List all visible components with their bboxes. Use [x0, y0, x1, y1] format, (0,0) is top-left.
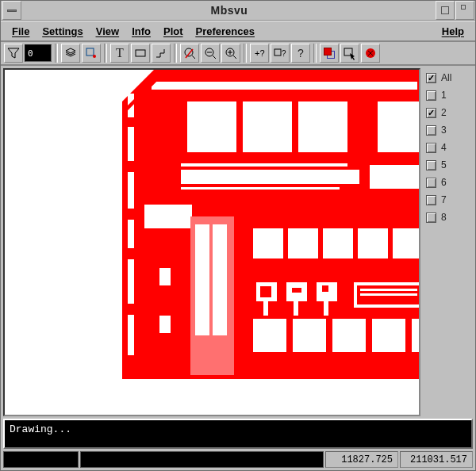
menu-settings[interactable]: Settings: [36, 23, 89, 40]
layer-label: 7: [441, 194, 447, 205]
svg-rect-0: [86, 48, 94, 56]
layers-icon[interactable]: [61, 44, 80, 63]
layer-label: 3: [441, 124, 447, 136]
progress-left: [3, 451, 79, 468]
checkbox-icon[interactable]: [426, 195, 436, 205]
progress-bar: [80, 451, 324, 468]
filter-icon[interactable]: [4, 44, 23, 63]
text-icon[interactable]: T: [110, 44, 129, 63]
svg-point-3: [185, 48, 193, 56]
svg-rect-2: [136, 50, 145, 56]
layer-row[interactable]: 7: [426, 191, 474, 209]
select-arrow-icon[interactable]: [340, 44, 359, 63]
coord-y: 211031.517: [400, 451, 473, 468]
layer-label: 8: [441, 212, 447, 223]
maximize-button[interactable]: [436, 1, 455, 20]
menu-file[interactable]: File: [6, 23, 36, 40]
menu-plot[interactable]: Plot: [157, 23, 190, 40]
layer-label: 4: [441, 142, 447, 153]
design-canvas[interactable]: [3, 68, 420, 416]
svg-text:+?: +?: [255, 48, 265, 58]
red-over-blue-icon[interactable]: [320, 44, 339, 63]
menu-view[interactable]: View: [90, 23, 125, 40]
svg-point-1: [93, 55, 96, 58]
layer-row[interactable]: 8: [426, 209, 474, 226]
close-red-icon[interactable]: [361, 44, 380, 63]
checkbox-icon[interactable]: [426, 125, 436, 136]
coord-x: 11827.725: [325, 451, 398, 468]
layer-label: 5: [441, 159, 447, 170]
menu-preferences[interactable]: Preferences: [190, 23, 261, 40]
step-icon[interactable]: [152, 44, 171, 63]
svg-line-7: [213, 56, 216, 59]
svg-text:?: ?: [282, 49, 286, 58]
checkbox-icon[interactable]: [426, 108, 436, 118]
layer-row[interactable]: 1: [426, 86, 474, 104]
help-rect-icon[interactable]: ?: [271, 44, 290, 63]
checkbox-icon[interactable]: [426, 213, 436, 223]
checkbox-icon[interactable]: [426, 143, 436, 153]
layer-row[interactable]: 4: [426, 139, 474, 156]
layer-row[interactable]: 6: [426, 174, 474, 191]
layer-label: 6: [441, 177, 447, 188]
rect-icon[interactable]: [131, 44, 150, 63]
checkbox-icon[interactable]: [426, 73, 436, 83]
titlebar: Mbsvu: [1, 1, 475, 21]
layer-panel: All 1 2 3 4 5 6 7 8: [423, 66, 475, 419]
console-output: Drawing...: [3, 419, 473, 449]
select-box-icon[interactable]: [82, 44, 101, 63]
help-icon[interactable]: ?: [291, 44, 310, 63]
checkbox-icon[interactable]: [426, 178, 436, 188]
layer-label: 1: [441, 90, 447, 101]
checkbox-icon[interactable]: [426, 160, 436, 170]
zoom-cancel-icon[interactable]: [180, 44, 199, 63]
current-layer-indicator: 0: [25, 44, 52, 62]
svg-line-10: [233, 56, 236, 59]
menu-info[interactable]: Info: [125, 23, 157, 40]
zoom-out-icon[interactable]: [201, 44, 220, 63]
layer-row[interactable]: 2: [426, 104, 474, 121]
window-title: Mbsvu: [23, 4, 436, 17]
toolbar: 0 T +? ? ?: [1, 42, 475, 66]
layer-row[interactable]: 3: [426, 121, 474, 139]
minimize-button[interactable]: [455, 1, 474, 20]
system-menu-icon[interactable]: [2, 1, 21, 20]
svg-line-4: [192, 56, 195, 59]
checkbox-icon[interactable]: [426, 90, 436, 101]
menu-help[interactable]: Help: [436, 23, 470, 40]
layer-all-label: All: [441, 72, 451, 83]
statusbar: 11827.725 211031.517: [1, 451, 475, 470]
layer-row[interactable]: 5: [426, 156, 474, 174]
menubar: File Settings View Info Plot Preferences…: [1, 21, 475, 42]
layer-all[interactable]: All: [426, 69, 474, 86]
layer-label: 2: [441, 107, 447, 118]
svg-rect-14: [274, 49, 281, 56]
help-plus-icon[interactable]: +?: [250, 44, 269, 63]
zoom-in-icon[interactable]: [221, 44, 240, 63]
